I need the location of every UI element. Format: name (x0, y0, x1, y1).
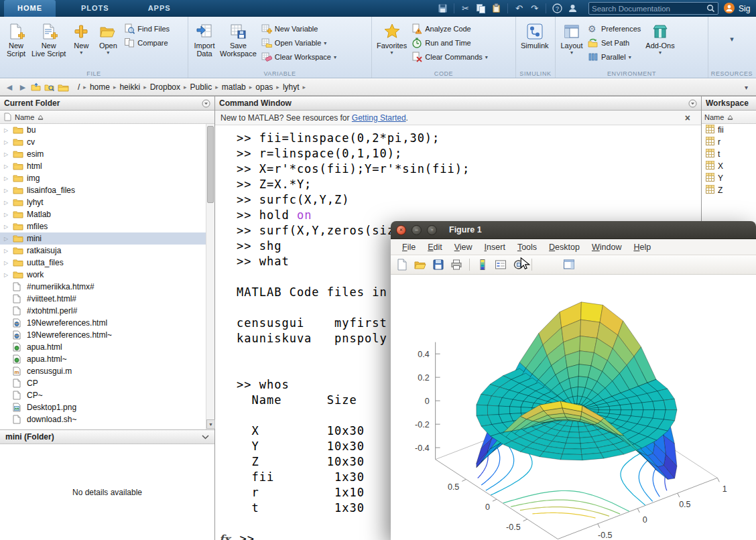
breadcrumb-segment[interactable]: matlab (219, 82, 249, 92)
clear-commands-button[interactable]: Clear Commands ▾ (412, 51, 488, 63)
file-item[interactable]: #numeriikka.htmx# (0, 281, 214, 293)
new-figure-icon[interactable] (395, 257, 410, 272)
new-script-button[interactable]: New Script (3, 19, 29, 59)
file-item[interactable]: CP (0, 377, 214, 389)
documentation-search[interactable] (588, 2, 718, 15)
folder-item[interactable]: ▷Matlab (0, 208, 214, 220)
open-file-icon[interactable] (413, 257, 428, 272)
insert-legend-icon[interactable] (493, 257, 508, 272)
file-item[interactable]: apua.html (0, 341, 214, 353)
clear-workspace-button[interactable]: Clear Workspace ▾ (261, 51, 336, 63)
file-item[interactable]: CP~ (0, 389, 214, 401)
maximize-button[interactable]: ▫ (427, 225, 437, 235)
folder-item[interactable]: ▷esim (0, 148, 214, 160)
print-figure-icon[interactable] (449, 257, 464, 272)
show-plot-tools-icon[interactable] (562, 257, 576, 272)
folder-item[interactable]: ▷cv (0, 136, 214, 148)
menu-window[interactable]: Window (586, 243, 627, 252)
expander-icon[interactable]: ▷ (4, 163, 13, 170)
open-variable-button[interactable]: Open Variable ▾ (261, 37, 336, 49)
details-bar[interactable]: mini (Folder) (0, 429, 214, 444)
add-ons-button[interactable]: Add-Ons ▾ (643, 19, 676, 56)
menu-help[interactable]: Help (627, 243, 657, 252)
rotate-3d-icon[interactable] (511, 257, 526, 272)
file-item[interactable]: download.sh~ (0, 413, 214, 425)
expander-icon[interactable]: ▷ (4, 176, 13, 182)
menu-view[interactable]: View (448, 243, 479, 252)
close-button[interactable]: × (396, 225, 406, 235)
breadcrumb-segment[interactable]: / (75, 82, 82, 92)
file-item[interactable]: apua.html~ (0, 353, 214, 365)
expander-icon[interactable]: ▷ (4, 151, 13, 157)
redo-icon[interactable]: ↷ (529, 3, 540, 14)
folder-item[interactable]: ▷lyhyt (0, 196, 214, 208)
surface-plot[interactable]: -0.4-0.200.20.4-0.500.510.50-0.5 (391, 275, 756, 540)
figure-window[interactable]: × − ▫ Figure 1 FileEditViewInsertToolsDe… (391, 221, 756, 540)
run-and-time-button[interactable]: Run and Time (412, 37, 488, 49)
workspace-variable[interactable]: X (702, 160, 756, 172)
folder-item[interactable]: ▷mini (0, 232, 214, 245)
breadcrumb-segment[interactable]: lyhyt (280, 82, 302, 92)
breadcrumb-segment[interactable]: opas (253, 82, 275, 92)
expander-icon[interactable]: ▷ (4, 260, 13, 266)
panel-menu-icon[interactable] (688, 99, 697, 108)
resources-expand-button[interactable]: ▾ (730, 35, 734, 44)
search-input[interactable] (592, 5, 706, 13)
chevron-down-icon[interactable] (202, 432, 209, 442)
user-avatar[interactable] (724, 3, 735, 13)
copy-icon[interactable] (475, 3, 487, 14)
scrollbar-thumb[interactable] (207, 126, 214, 203)
workspace-variable[interactable]: Y (702, 172, 756, 184)
figure-canvas[interactable]: -0.4-0.200.20.4-0.500.510.50-0.5 (391, 275, 756, 540)
tab-plots[interactable]: PLOTS (68, 0, 123, 17)
banner-close-icon[interactable]: × (680, 113, 696, 123)
expander-icon[interactable]: ▷ (4, 188, 13, 194)
workspace-variable[interactable]: fii (702, 124, 756, 136)
expander-icon[interactable]: ▷ (4, 212, 13, 218)
insert-colorbar-icon[interactable] (475, 257, 490, 272)
save-workspace-button[interactable]: Save Workspace (218, 19, 259, 59)
find-files-button[interactable]: Find Files (124, 23, 170, 35)
analyze-code-button[interactable]: Analyze Code (412, 23, 488, 35)
workspace-variable[interactable]: Z (702, 184, 756, 196)
back-icon[interactable]: ◀ (3, 81, 16, 94)
file-item[interactable]: Desktop1.png (0, 401, 214, 413)
undo-icon[interactable]: ↶ (513, 3, 525, 14)
minimize-button[interactable]: − (412, 225, 422, 235)
compare-button[interactable]: Compare (124, 37, 170, 49)
scrollbar-down-arrow[interactable]: ▼ (206, 419, 215, 429)
folder-scrollbar[interactable]: ▼ (206, 124, 214, 429)
workspace-column-header[interactable]: Name (702, 111, 756, 124)
breadcrumb-segment[interactable]: home (87, 82, 113, 92)
breadcrumb-segment[interactable]: Dropbox (147, 82, 183, 92)
folder-item[interactable]: ▷lisainfoa_files (0, 184, 214, 196)
expander-icon[interactable]: ▷ (4, 236, 13, 242)
address-menu-button[interactable]: ▾ (739, 84, 753, 91)
workspace-variable[interactable]: t (702, 148, 756, 160)
set-path-button[interactable]: Set Path (588, 37, 641, 49)
expander-icon[interactable]: ▷ (4, 127, 13, 133)
expander-icon[interactable]: ▷ (4, 248, 13, 254)
folder-item[interactable]: ▷uutta_files (0, 257, 214, 269)
new-live-script-button[interactable]: New Live Script (29, 19, 68, 59)
folder-item[interactable]: ▷ratkaisuja (0, 245, 214, 257)
cut-icon[interactable]: ✂ (460, 3, 471, 14)
open-button[interactable]: Open ▾ (94, 19, 121, 56)
help-icon[interactable]: ? (552, 3, 563, 14)
command-prompt[interactable]: fx >> (219, 532, 255, 540)
search-icon[interactable] (706, 4, 715, 13)
folder-item[interactable]: ▷img (0, 172, 214, 184)
sign-in-label[interactable]: Sig (739, 4, 750, 13)
import-data-button[interactable]: Import Data (191, 19, 218, 59)
browse-folder-icon[interactable] (56, 81, 70, 94)
parallel-button[interactable]: Parallel ▾ (588, 51, 641, 63)
menu-file[interactable]: File (396, 243, 422, 252)
expander-icon[interactable]: ▷ (4, 139, 13, 145)
new-button[interactable]: New ▾ (68, 19, 94, 56)
getting-started-link[interactable]: Getting Started (352, 113, 406, 123)
current-folder-column-header[interactable]: Name (0, 111, 214, 124)
find-folder-icon[interactable] (43, 81, 56, 94)
breadcrumb-segment[interactable]: Public (188, 82, 215, 92)
expander-icon[interactable]: ▷ (4, 272, 13, 278)
folder-item[interactable]: ▷bu (0, 124, 214, 136)
